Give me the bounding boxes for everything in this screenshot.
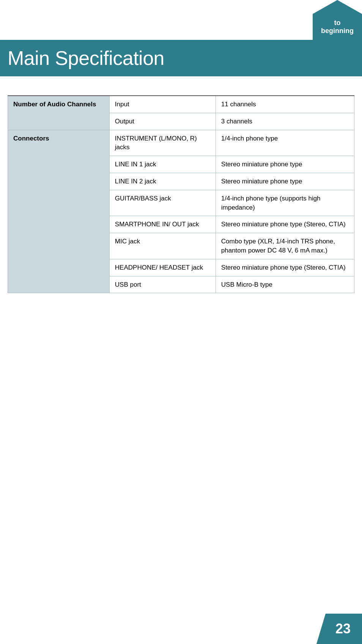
table-row: Number of Audio Channels Input 11 channe… bbox=[8, 96, 354, 113]
value-line-in-2: Stereo miniature phone type bbox=[216, 173, 354, 190]
page-number: 23 bbox=[328, 621, 351, 637]
home-button[interactable]: tobeginning bbox=[313, 0, 362, 40]
subcategory-mic: MIC jack bbox=[109, 233, 216, 259]
subcategory-headphone: HEADPHONE/ HEADSET jack bbox=[109, 259, 216, 276]
subcategory-smartphone: SMARTPHONE IN/ OUT jack bbox=[109, 216, 216, 233]
subcategory-output: Output bbox=[109, 113, 216, 130]
value-output: 3 channels bbox=[216, 113, 354, 130]
subcategory-input: Input bbox=[109, 96, 216, 113]
value-smartphone: Stereo miniature phone type (Stereo, CTI… bbox=[216, 216, 354, 233]
spec-table: Number of Audio Channels Input 11 channe… bbox=[8, 95, 354, 293]
value-instrument: 1/4-inch phone type bbox=[216, 130, 354, 156]
value-line-in-1: Stereo miniature phone type bbox=[216, 156, 354, 173]
main-content: Number of Audio Channels Input 11 channe… bbox=[0, 76, 362, 308]
value-headphone: Stereo miniature phone type (Stereo, CTI… bbox=[216, 259, 354, 276]
value-mic: Combo type (XLR, 1/4-inch TRS phone, pha… bbox=[216, 233, 354, 259]
category-connectors: Connectors bbox=[8, 130, 110, 293]
value-guitar-bass: 1/4-inch phone type (supports high imped… bbox=[216, 190, 354, 216]
top-nav: tobeginning bbox=[271, 0, 362, 62]
page-number-area: 23 bbox=[316, 614, 362, 644]
subcategory-guitar-bass: GUITAR/BASS jack bbox=[109, 190, 216, 216]
category-audio-channels: Number of Audio Channels bbox=[8, 96, 110, 130]
subcategory-usb: USB port bbox=[109, 276, 216, 293]
subcategory-instrument: INSTRUMENT (L/MONO, R) jacks bbox=[109, 130, 216, 156]
value-input: 11 channels bbox=[216, 96, 354, 113]
table-row: Connectors INSTRUMENT (L/MONO, R) jacks … bbox=[8, 130, 354, 156]
value-usb: USB Micro-B type bbox=[216, 276, 354, 293]
subcategory-line-in-1: LINE IN 1 jack bbox=[109, 156, 216, 173]
subcategory-line-in-2: LINE IN 2 jack bbox=[109, 173, 216, 190]
home-button-label: tobeginning bbox=[321, 19, 354, 35]
